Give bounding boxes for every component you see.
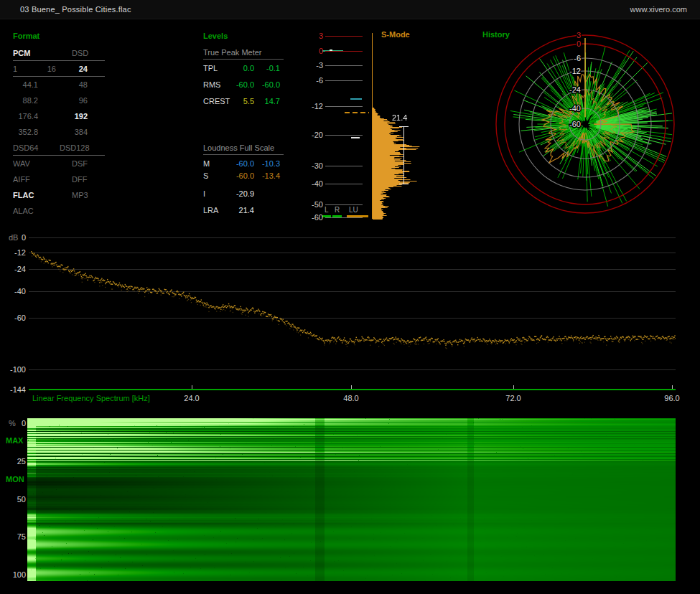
meter-tick-label: -40 [299,179,323,188]
levels-value-1: 21.4 [217,206,254,214]
format-option-dsf[interactable]: DSF [72,159,88,168]
radar-ring-label: -6 [574,54,581,62]
format-row: WAVDSF [13,159,106,171]
format-row: 88.296 [13,96,106,108]
meter-tick-label: -20 [299,131,323,139]
format-option-dsd128[interactable]: DSD128 [60,143,90,152]
format-divider [13,76,105,77]
format-option-dff[interactable]: DFF [72,175,87,184]
format-row: ALAC [13,207,106,218]
spectrum-y-tick-label: 0 [1,233,26,242]
format-row: FLACMP3 [13,191,106,202]
website-link[interactable]: www.xivero.com [630,5,687,14]
format-option-1[interactable]: 1 [13,65,17,73]
format-row: 44.148 [13,80,106,92]
format-option-44.1[interactable]: 44.1 [23,80,38,89]
meter-tick-line [325,80,363,81]
meter-tick-line [325,166,363,166]
meter-m-marker [350,98,362,100]
levels-row-label: TPL [203,64,218,72]
format-option-dsd[interactable]: DSD [72,49,88,57]
levels-value-2: -0.1 [243,64,280,72]
format-row: PCMDSD [13,49,106,60]
format-divider [13,60,105,61]
spectrum-x-axis [29,389,676,390]
format-row: 352.8384 [13,128,106,139]
format-row: 176.4192 [13,112,106,123]
levels-section-heading: Loudness Full Scale [203,143,284,155]
meter-tick-line [325,36,363,37]
meter-tick-label: -6 [299,76,323,85]
meter-i-marker [351,137,360,138]
spectrogram-y-tick-label: 100 [1,570,26,579]
levels-value-2: -13.4 [243,171,280,180]
title-bar: 03 Buene_ Possible Cities.flac www.xiver… [0,0,700,19]
meter-channel-lu-label: LU [349,206,358,214]
musicscope-app: 03 Buene_ Possible Cities.flac www.xiver… [0,0,700,594]
radar-ring-label: 0 [577,39,581,48]
format-option-192[interactable]: 192 [75,112,88,121]
radar-ring-label: -40 [569,104,581,113]
meter-tick-label: -50 [299,200,323,209]
meter-tick-label: -12 [299,102,323,110]
format-row: DSD64DSD128 [13,143,106,155]
format-option-16[interactable]: 16 [47,65,56,73]
meter-s-marker [345,112,369,113]
smode-range-cap-bottom [399,184,409,184]
format-option-24[interactable]: 24 [79,65,88,73]
format-option-flac[interactable]: FLAC [13,191,34,199]
spectrum-x-tick-label: 72.0 [505,394,521,402]
format-panel-title: Format [13,32,39,40]
spectrogram-marker-max: MAX [6,436,23,445]
format-option-pcm[interactable]: PCM [13,49,30,57]
radar-ring-label: -24 [569,85,581,94]
format-option-mp3[interactable]: MP3 [72,191,88,199]
format-option-176.4[interactable]: 176.4 [18,112,38,121]
format-option-alac[interactable]: ALAC [13,207,34,215]
spectrum-x-tick-label: 24.0 [184,394,199,402]
format-option-352.8[interactable]: 352.8 [18,128,38,136]
spectrum-trace [27,234,676,390]
meter-tick-line [325,184,363,184]
levels-row-label: M [203,159,210,168]
format-option-aiff[interactable]: AIFF [13,175,30,184]
meter-tick-line [325,135,363,136]
format-option-88.2[interactable]: 88.2 [23,96,38,105]
smode-range-value: 21.4 [392,113,407,122]
spectrum-y-tick-label: -24 [1,265,26,273]
spectrum-y-tick-label: -100 [1,365,26,374]
meter-tick-line [325,65,363,66]
levels-value-2: 14.7 [243,97,280,105]
radar-ring-label: 3 [577,31,581,39]
format-option-48[interactable]: 48 [79,80,88,89]
meter-channel-r-label: R [335,206,340,214]
levels-row-label: I [203,189,205,198]
format-option-384[interactable]: 384 [75,128,88,136]
levels-panel-title: Levels [203,32,228,40]
spectrogram-y-tick-label: 0 [1,419,26,428]
spectrogram-y-tick-label: 25 [1,457,26,466]
levels-value-1: -20.9 [217,189,254,198]
meter-tick-line [325,51,363,52]
spectrum-x-axis-label: Linear Frequency Spectrum [kHz] [32,394,150,402]
history-radar: 30-6-12-24-40-60 [470,24,700,228]
smode-range-cap-top [399,126,409,127]
spectrogram-marker-mon: MON [6,475,24,484]
format-row: AIFFDFF [13,175,106,187]
smode-histogram [373,33,423,221]
meter-tick-label: 0 [299,47,323,55]
smode-range-bar [403,126,404,184]
spectrum-y-tick-label: -144 [1,385,26,394]
format-option-dsd64[interactable]: DSD64 [13,143,38,152]
spectrum-x-tick-label: 48.0 [343,394,358,402]
spectrum-y-tick-label: -60 [1,314,26,322]
spectrum-y-tick-label: -40 [1,287,26,296]
meter-tick-label: 3 [299,32,323,40]
spectrum-y-tick-label: -12 [1,248,26,257]
levels-value-2: -10.3 [243,159,280,168]
format-row: 11624 [13,65,106,76]
spectrogram-y-tick-label: 50 [1,495,26,504]
format-option-wav[interactable]: WAV [13,159,30,168]
levels-section-heading: True Peak Meter [203,48,284,60]
format-option-96[interactable]: 96 [79,96,88,105]
